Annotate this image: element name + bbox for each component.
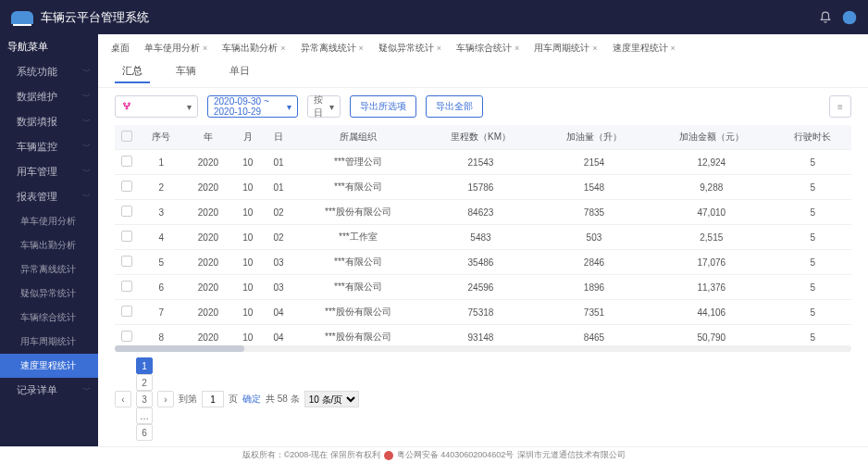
calendar-icon: ▾ [287, 102, 291, 112]
column-header: 行驶时长 [775, 125, 851, 150]
page-number: … [136, 407, 153, 424]
page-jump-confirm[interactable]: 确定 [242, 393, 261, 406]
sidebar-group-1[interactable]: 数据维护﹀ [0, 84, 98, 109]
close-icon[interactable]: × [515, 44, 519, 53]
top-tab-0[interactable]: 桌面 [107, 40, 133, 56]
table-row[interactable]: 7 2020 10 04 ***股份有限公司 75318 7351 44,106… [115, 300, 851, 325]
column-header: 月 [232, 125, 263, 150]
close-icon[interactable]: × [437, 44, 441, 53]
sub-tab-0[interactable]: 汇总 [115, 60, 150, 83]
top-tab-3[interactable]: 异常离线统计× [297, 40, 367, 56]
table-row[interactable]: 5 2020 10 03 ***有限公司 35486 2846 17,076 5 [115, 250, 851, 275]
horizontal-scrollbar[interactable] [115, 345, 851, 352]
chevron-down-icon: ﹀ [82, 141, 91, 153]
sidebar: 导航菜单 系统功能﹀数据维护﹀数据填报﹀车辆监控﹀用车管理﹀报表管理﹀ 单车使用… [0, 34, 98, 446]
org-icon [121, 101, 132, 112]
topbar: 车辆云平台管理系统 [0, 0, 868, 34]
pagination: ‹ 123…6 › 到第 页 确定 共 58 条 10 条/页 [98, 352, 868, 446]
user-avatar[interactable] [842, 10, 857, 25]
content: 桌面单车使用分析×车辆出勤分析×异常离线统计×疑似异常统计×车辆综合统计×用车周… [98, 34, 868, 446]
sidebar-subitem-1[interactable]: 车辆出勤分析 [0, 233, 98, 257]
data-table: 序号年月日所属组织里程数（KM）加油量（升）加油金额（元）行驶时长 1 2020… [115, 125, 851, 344]
svg-point-3 [126, 107, 128, 109]
column-header: 里程数（KM） [422, 125, 539, 150]
page-number[interactable]: 3 [136, 391, 153, 407]
close-icon[interactable]: × [280, 44, 285, 53]
table-row[interactable]: 2 2020 10 01 ***有限公司 15786 1548 9,288 5 [115, 175, 851, 200]
chevron-down-icon: ﹀ [82, 166, 91, 178]
sidebar-subitem-3[interactable]: 疑似异常统计 [0, 282, 98, 306]
close-icon[interactable]: × [592, 44, 597, 53]
row-checkbox[interactable] [121, 256, 132, 267]
unit-select[interactable]: 按日 ▾ [307, 95, 341, 118]
row-checkbox[interactable] [121, 156, 132, 167]
sidebar-subitem-4[interactable]: 车辆综合统计 [0, 306, 98, 330]
top-tab-5[interactable]: 车辆综合统计× [453, 40, 523, 56]
page-jump-input[interactable] [202, 391, 224, 407]
sidebar-group-3[interactable]: 车辆监控﹀ [0, 134, 98, 159]
svg-point-2 [129, 103, 130, 105]
export-selected-button[interactable]: 导出所选项 [350, 95, 416, 118]
top-tabs: 桌面单车使用分析×车辆出勤分析×异常离线统计×疑似异常统计×车辆综合统计×用车周… [98, 34, 868, 56]
export-all-button[interactable]: 导出全部 [426, 95, 483, 118]
column-header: 年 [184, 125, 233, 150]
close-icon[interactable]: × [671, 44, 676, 53]
table-row[interactable]: 4 2020 10 02 ***工作室 5483 503 2,515 5 [115, 225, 851, 250]
columns-setting-button[interactable]: ≡ [829, 95, 851, 118]
top-tab-4[interactable]: 疑似异常统计× [375, 40, 445, 56]
sub-tabs: 汇总车辆单日 [98, 56, 868, 88]
date-range-picker[interactable]: 2020-09-30 ~ 2020-10-29 ▾ [207, 95, 298, 118]
page-number[interactable]: 2 [136, 374, 153, 391]
close-icon[interactable]: × [203, 44, 207, 53]
gov-badge-icon [384, 451, 393, 460]
row-checkbox[interactable] [121, 306, 132, 317]
top-tab-2[interactable]: 车辆出勤分析× [218, 40, 289, 56]
close-icon[interactable]: × [359, 44, 364, 53]
sidebar-subitem-6[interactable]: 速度里程统计 [0, 354, 98, 378]
scrollbar-thumb[interactable] [115, 345, 244, 352]
page-size-select[interactable]: 10 条/页 [304, 391, 359, 407]
sidebar-group-0[interactable]: 系统功能﹀ [0, 59, 98, 84]
table-row[interactable]: 3 2020 10 02 ***股份有限公司 84623 7835 47,010… [115, 200, 851, 225]
sub-tab-1[interactable]: 车辆 [168, 60, 204, 83]
org-select[interactable]: ▾ [115, 95, 198, 118]
page-number[interactable]: 6 [136, 424, 153, 441]
sidebar-header: 导航菜单 [0, 34, 98, 59]
column-header: 所属组织 [294, 125, 422, 150]
table-row[interactable]: 6 2020 10 03 ***有限公司 24596 1896 11,376 5 [115, 275, 851, 300]
sidebar-subitem-0[interactable]: 单车使用分析 [0, 209, 98, 233]
row-checkbox[interactable] [121, 181, 132, 192]
select-all-checkbox[interactable] [121, 131, 132, 142]
row-checkbox[interactable] [121, 231, 132, 242]
top-tab-7[interactable]: 速度里程统计× [609, 40, 679, 56]
row-checkbox[interactable] [121, 281, 132, 292]
table-row[interactable]: 8 2020 10 04 ***股份有限公司 93148 8465 50,790… [115, 325, 851, 344]
sidebar-subitem-5[interactable]: 用车周期统计 [0, 330, 98, 354]
app-title: 车辆云平台管理系统 [41, 9, 149, 26]
column-header: 加油量（升） [539, 125, 649, 150]
top-tab-6[interactable]: 用车周期统计× [530, 40, 601, 56]
sub-tab-2[interactable]: 单日 [222, 60, 257, 83]
chevron-down-icon: ▾ [329, 102, 334, 112]
chevron-down-icon: ▾ [187, 102, 192, 112]
sidebar-group-4[interactable]: 用车管理﹀ [0, 159, 98, 184]
top-tab-1[interactable]: 单车使用分析× [141, 40, 211, 56]
chevron-down-icon: ﹀ [82, 116, 91, 128]
column-header: 日 [263, 125, 293, 150]
row-checkbox[interactable] [121, 331, 132, 342]
page-prev[interactable]: ‹ [115, 391, 131, 407]
app-logo [11, 11, 33, 24]
sidebar-subitem-2[interactable]: 异常离线统计 [0, 257, 98, 282]
filters: ▾ 2020-09-30 ~ 2020-10-29 ▾ 按日 ▾ 导出所选项 导… [98, 88, 868, 125]
page-number[interactable]: 1 [136, 357, 153, 374]
sidebar-group-2[interactable]: 数据填报﹀ [0, 109, 98, 134]
row-checkbox[interactable] [121, 206, 132, 217]
page-next[interactable]: › [157, 391, 174, 407]
notification-icon[interactable] [818, 10, 833, 25]
sidebar-group-5[interactable]: 报表管理﹀ [0, 184, 98, 209]
sidebar-group-records[interactable]: 记录详单 ﹀ [0, 378, 98, 403]
chevron-down-icon: ﹀ [82, 66, 91, 78]
chevron-down-icon: ﹀ [82, 384, 91, 396]
table-row[interactable]: 1 2020 10 01 ***管理公司 21543 2154 12,924 5 [115, 150, 851, 175]
column-header: 加油金额（元） [649, 125, 775, 150]
